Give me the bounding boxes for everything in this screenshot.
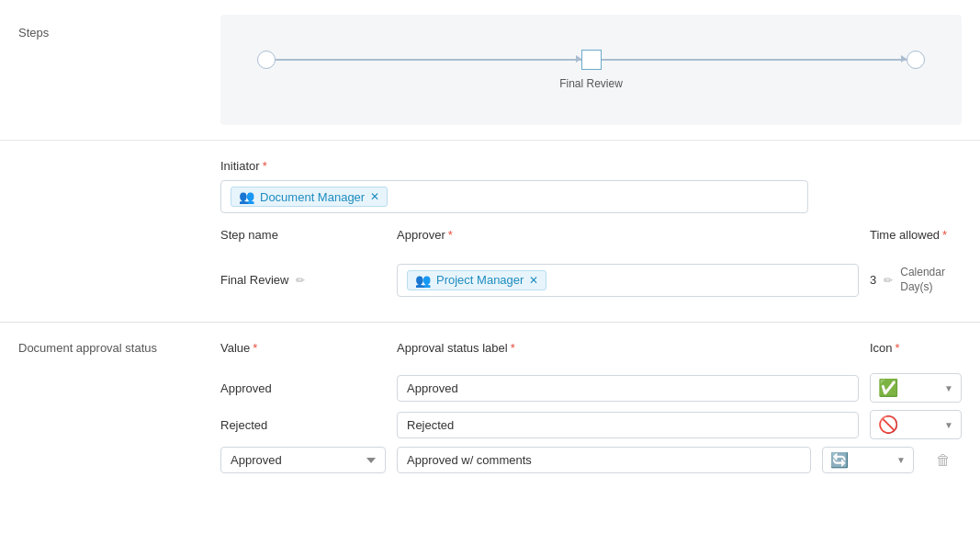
comments-row: Approved Rejected 🔄 ▼ 🗑 bbox=[220, 447, 962, 473]
time-unit: Calendar Day(s) bbox=[900, 266, 962, 294]
step-row-section: Step name Approver* Time allowed* Final … bbox=[0, 213, 980, 322]
approved-checkmark-icon: ✅ bbox=[878, 378, 898, 398]
comments-status-input-wrapper bbox=[397, 447, 811, 473]
approver-tag-label: Project Manager bbox=[436, 273, 524, 287]
step-name-value: Final Review ✏ bbox=[220, 267, 386, 292]
document-manager-tag: 👥 Document Manager ✕ bbox=[231, 187, 388, 207]
initiator-required: * bbox=[263, 159, 267, 173]
flow-diagram: Final Review bbox=[257, 50, 925, 90]
approver-users-icon: 👥 bbox=[415, 273, 431, 288]
initiator-input[interactable]: 👥 Document Manager ✕ bbox=[220, 180, 808, 213]
tag-close-button[interactable]: ✕ bbox=[370, 190, 379, 203]
rejected-x-icon: 🚫 bbox=[878, 415, 898, 435]
step-square-current[interactable] bbox=[581, 50, 602, 70]
approved-row: Approved ✅ ▼ bbox=[220, 373, 962, 403]
step-circle-start bbox=[257, 51, 276, 69]
status-label-header: Approval status label* bbox=[397, 341, 859, 355]
time-number: 3 bbox=[870, 273, 876, 287]
approver-required: * bbox=[448, 228, 453, 242]
initiator-section: Initiator* 👥 Document Manager ✕ bbox=[0, 141, 980, 213]
step-data-row: Final Review ✏ 👥 Project Manager ✕ 3 ✏ C… bbox=[220, 260, 962, 300]
comments-dropdown-arrow: ▼ bbox=[896, 455, 906, 465]
steps-diagram: Final Review bbox=[220, 15, 962, 125]
rejected-row: Rejected 🚫 ▼ bbox=[220, 410, 962, 439]
rejected-dropdown-arrow: ▼ bbox=[944, 420, 953, 430]
comments-recycle-icon: 🔄 bbox=[830, 451, 849, 469]
approver-header: Approver* bbox=[397, 228, 859, 242]
step-name-header: Step name bbox=[220, 228, 386, 242]
approval-content: Value* Approval status label* Icon* Appr… bbox=[220, 341, 980, 473]
time-allowed-header: Time allowed* bbox=[870, 228, 962, 242]
icon-header: Icon* bbox=[870, 341, 962, 355]
initiator-label: Initiator* bbox=[220, 159, 962, 173]
step-line-1 bbox=[276, 59, 581, 61]
rejected-icon-dropdown[interactable]: 🚫 ▼ bbox=[870, 410, 962, 439]
approved-icon-dropdown[interactable]: ✅ ▼ bbox=[870, 373, 962, 403]
tag-label: Document Manager bbox=[260, 190, 365, 204]
comments-value-select[interactable]: Approved Rejected bbox=[220, 447, 386, 473]
approved-value: Approved bbox=[220, 376, 386, 401]
steps-flow bbox=[257, 50, 925, 70]
steps-section: Steps Final Review bbox=[0, 0, 980, 141]
page-container: Steps Final Review Initiator* 👥 Document bbox=[0, 0, 980, 492]
rejected-value: Rejected bbox=[220, 413, 386, 437]
approver-tag-input[interactable]: 👥 Project Manager ✕ bbox=[397, 264, 859, 297]
value-header: Value* bbox=[220, 341, 386, 355]
approved-dropdown-arrow: ▼ bbox=[944, 383, 953, 393]
approval-section-label: Document approval status bbox=[0, 341, 220, 473]
rejected-status-input[interactable] bbox=[397, 412, 859, 438]
approval-headers: Value* Approval status label* Icon* bbox=[220, 341, 962, 366]
steps-label: Steps bbox=[0, 15, 220, 125]
step-circle-end bbox=[907, 51, 925, 69]
approver-tag-close[interactable]: ✕ bbox=[529, 274, 538, 287]
step-line-2 bbox=[602, 59, 907, 61]
project-manager-tag: 👥 Project Manager ✕ bbox=[407, 270, 546, 290]
step-headers: Step name Approver* Time allowed* bbox=[220, 228, 962, 253]
comments-value-select-wrapper: Approved Rejected bbox=[220, 447, 386, 473]
time-edit-icon[interactable]: ✏ bbox=[884, 274, 893, 287]
approver-input[interactable]: 👥 Project Manager ✕ bbox=[397, 264, 859, 297]
approved-status-input[interactable] bbox=[397, 375, 859, 402]
comments-icon-dropdown[interactable]: 🔄 ▼ bbox=[822, 447, 914, 473]
delete-row-button[interactable]: 🗑 bbox=[925, 452, 962, 469]
rejected-status-input-wrapper bbox=[397, 412, 859, 438]
step-diagram-label: Final Review bbox=[257, 77, 925, 90]
time-required: * bbox=[942, 228, 947, 242]
approved-status-input-wrapper bbox=[397, 375, 859, 402]
comments-status-input[interactable] bbox=[397, 447, 811, 473]
approval-section: Document approval status Value* Approval… bbox=[0, 323, 980, 492]
time-value: 3 ✏ Calendar Day(s) bbox=[870, 260, 962, 300]
step-name-edit-icon[interactable]: ✏ bbox=[296, 274, 305, 287]
tag-users-icon: 👥 bbox=[239, 189, 254, 204]
